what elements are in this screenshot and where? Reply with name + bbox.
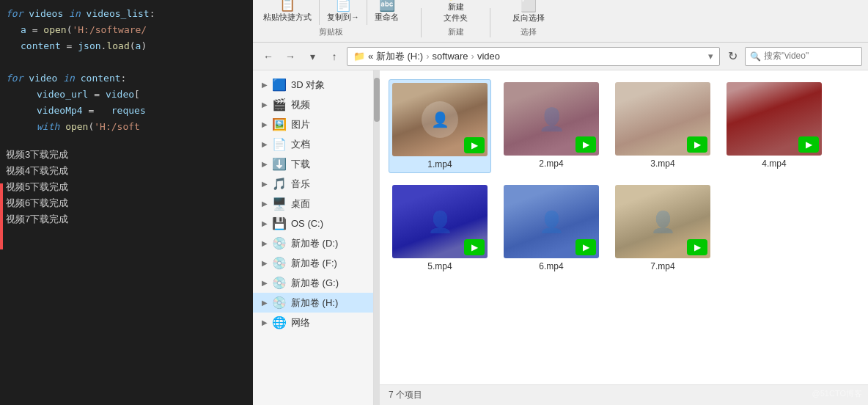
back-button[interactable]: ←	[259, 47, 278, 66]
breadcrumb-software: software	[432, 51, 468, 62]
thumbnail-6: 👤 ▶	[504, 185, 599, 258]
file-item-5[interactable]: 👤 ▶ 5.mp4	[389, 182, 491, 274]
new-folder-button[interactable]: 📁 新建文件夹	[439, 0, 472, 25]
filename-4: 4.mp4	[762, 158, 786, 169]
sidebar-item-3d[interactable]: ▶ 🟦 3D 对象	[253, 75, 373, 95]
toolbar-separator-2	[367, 0, 367, 25]
breadcrumb-dropdown-icon[interactable]: ▾	[708, 51, 713, 62]
filename-1: 1.mp4	[427, 159, 452, 169]
paste-shortcut-button[interactable]: 📋 粘贴快捷方式	[259, 0, 316, 24]
file-grid: 👤 ▶ 1.mp4 👤 ▶ 2.mp4	[380, 70, 868, 384]
refresh-button[interactable]: ↻	[723, 47, 742, 66]
forward-button[interactable]: →	[281, 47, 300, 66]
log-video6: 视频6下载完成	[0, 195, 253, 211]
sidebar-item-music[interactable]: ▶ 🎵 音乐	[253, 174, 373, 194]
search-icon: 🔍	[750, 51, 761, 62]
thumbnail-2: 👤 ▶	[504, 82, 599, 156]
file-item-2[interactable]: 👤 ▶ 2.mp4	[500, 79, 603, 173]
copy-to-button[interactable]: 📄 复制到→	[323, 0, 364, 24]
play-badge-7: ▶	[687, 239, 707, 255]
thumbnail-5: 👤 ▶	[392, 185, 488, 258]
sidebar-item-downloads[interactable]: ▶ ⬇️ 下载	[253, 154, 373, 174]
reverse-select-button[interactable]: ⬜ 反向选择	[508, 0, 549, 25]
sidebar-item-desktop[interactable]: ▶ 🖥️ 桌面	[253, 194, 373, 214]
breadcrumb[interactable]: 📁 « 新加卷 (H:) › software › video ▾	[347, 47, 720, 66]
code-line-1: for videos in videos_list:	[0, 6, 253, 22]
address-bar: ← → ▾ ↑ 📁 « 新加卷 (H:) › software › video …	[253, 43, 868, 70]
thumbnail-4: ▶	[727, 82, 822, 156]
watermark: @51CTO博客	[812, 388, 862, 399]
sidebar-item-g[interactable]: ▶ 💿 新加卷 (G:)	[253, 273, 373, 293]
filename-3: 3.mp4	[650, 158, 674, 169]
toolbar-separator	[319, 0, 320, 25]
error-gutter	[0, 183, 3, 249]
code-line-2: a = open('H:/software/	[0, 22, 253, 38]
toolbar: 📋 粘贴快捷方式 📄 复制到→ 🔤 重命名 剪贴板 📁	[253, 0, 868, 43]
file-grid-wrapper: 👤 ▶ 1.mp4 👤 ▶ 2.mp4	[380, 70, 868, 405]
breadcrumb-folder-icon: 📁	[353, 51, 365, 62]
sidebar-item-h[interactable]: ▶ 💿 新加卷 (H:)	[253, 293, 373, 313]
sidebar-item-os-c[interactable]: ▶ 💾 OS (C:)	[253, 214, 373, 233]
status-bar: 7 个项目	[380, 384, 868, 405]
log-video4: 视频4下载完成	[0, 163, 253, 179]
main-content: ▶ 🟦 3D 对象 ▶ 🎬 视频 ▶ 🖼️ 图片 ▶ 📄 文档 ▶ ⬇️	[253, 70, 868, 405]
play-badge-5: ▶	[464, 239, 485, 255]
file-item-7[interactable]: 👤 ▶ 7.mp4	[611, 182, 714, 274]
play-badge-6: ▶	[575, 239, 596, 255]
file-item-6[interactable]: 👤 ▶ 6.mp4	[500, 182, 603, 274]
up-button[interactable]: ▾	[303, 47, 322, 66]
log-video7: 视频7下载完成	[0, 211, 253, 227]
search-box[interactable]: 🔍 搜索"video"	[745, 47, 862, 66]
sidebar: ▶ 🟦 3D 对象 ▶ 🎬 视频 ▶ 🖼️ 图片 ▶ 📄 文档 ▶ ⬇️	[253, 70, 374, 405]
play-badge-2: ▶	[575, 136, 596, 153]
code-line-8: with open('H:/soft	[0, 119, 253, 135]
play-badge-3: ▶	[687, 136, 707, 153]
sidebar-item-network[interactable]: ▶ 🌐 网络	[253, 313, 373, 332]
log-video3: 视频3下载完成	[0, 147, 253, 163]
item-count: 7 个项目	[389, 389, 422, 401]
thumbnail-7: 👤 ▶	[615, 185, 710, 258]
search-placeholder: 搜索"video"	[764, 50, 809, 62]
sidebar-item-pictures[interactable]: ▶ 🖼️ 图片	[253, 114, 373, 134]
clipboard-group: 📋 粘贴快捷方式 📄 复制到→ 🔤 重命名 剪贴板	[259, 0, 403, 37]
select-group: ⬜ 反向选择 选择	[508, 0, 549, 37]
thumbnail-1: 👤 ▶	[392, 83, 488, 156]
file-item-3[interactable]: ▶ 3.mp4	[611, 79, 714, 173]
new-label: 新建	[448, 26, 464, 37]
organize-group: 📁 新建文件夹 新建	[439, 0, 472, 37]
sidebar-scroll-thumb[interactable]	[374, 78, 380, 122]
file-item-1[interactable]: 👤 ▶ 1.mp4	[389, 79, 491, 173]
clipboard-label: 剪贴板	[319, 26, 343, 37]
filename-7: 7.mp4	[650, 261, 674, 271]
play-badge-4: ▶	[798, 136, 819, 153]
thumbnail-3: ▶	[615, 82, 710, 156]
sidebar-item-video[interactable]: ▶ 🎬 视频	[253, 95, 373, 114]
sidebar-item-f[interactable]: ▶ 💿 新加卷 (F:)	[253, 253, 373, 273]
toolbar-sep-main	[421, 8, 422, 37]
toolbar-sep-2	[490, 8, 490, 37]
filename-2: 2.mp4	[539, 158, 563, 169]
parent-dir-button[interactable]: ↑	[325, 47, 344, 66]
code-line-3: content = json.load(a)	[0, 38, 253, 54]
code-line-5: for video in content:	[0, 70, 253, 87]
select-label: 选择	[521, 26, 537, 37]
code-panel: for videos in videos_list: a = open('H:/…	[0, 0, 253, 405]
code-line-7: videoMp4 = reques	[0, 103, 253, 119]
filename-5: 5.mp4	[427, 261, 452, 271]
breadcrumb-video: video	[477, 51, 500, 62]
filename-6: 6.mp4	[539, 261, 563, 271]
log-video5: 视频5下载完成	[0, 179, 253, 195]
sidebar-item-docs[interactable]: ▶ 📄 文档	[253, 134, 373, 154]
sidebar-scrollbar[interactable]	[374, 70, 380, 405]
explorer-panel: 📋 粘贴快捷方式 📄 复制到→ 🔤 重命名 剪贴板 📁	[253, 0, 868, 405]
breadcrumb-text: « 新加卷 (H:)	[368, 50, 423, 63]
code-line-4	[0, 54, 253, 70]
rename-button[interactable]: 🔤 重命名	[370, 0, 403, 24]
sidebar-item-d[interactable]: ▶ 💿 新加卷 (D:)	[253, 233, 373, 253]
play-badge-1: ▶	[464, 137, 485, 153]
file-item-4[interactable]: ▶ 4.mp4	[723, 79, 825, 173]
code-line-6: video_url = video[	[0, 87, 253, 103]
